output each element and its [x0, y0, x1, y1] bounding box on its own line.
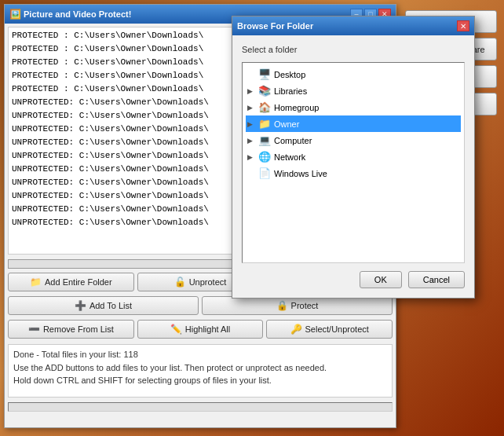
status-line2: Use the ADD buttons to add files to your… [13, 361, 387, 375]
lock-icon: 🔒 [276, 300, 288, 311]
tree-item-label: Owner [274, 119, 299, 129]
highlight-all-button[interactable]: ✏️ Highlight All [137, 320, 264, 339]
status-line1: Done - Total files in your list: 118 [13, 348, 387, 361]
tree-folder-icon: 💻 [258, 134, 271, 146]
tree-item-label: Desktop [274, 70, 305, 79]
button-row-3: ➖ Remove From List ✏️ Highlight All 🔑 Se… [5, 317, 396, 341]
tree-item[interactable]: ▶📁Owner [246, 115, 461, 132]
tree-item-label: Homegroup [274, 103, 319, 112]
tree-item[interactable]: ▶🌐Network [246, 148, 461, 165]
tree-arrow-icon: ▶ [247, 120, 255, 128]
tree-folder-icon: 📄 [258, 167, 271, 179]
dialog-close-button[interactable]: ✕ [457, 20, 469, 31]
status-line3: Hold down CTRL and SHIFT for selecting g… [13, 374, 387, 387]
tree-arrow-icon: ▶ [247, 87, 255, 95]
tree-arrow-icon: ▶ [247, 104, 255, 112]
titlebar-left: 🖼️ Picture and Video Protect! [9, 9, 131, 20]
tree-item[interactable]: ▶📚Libraries [246, 82, 461, 99]
protect-button[interactable]: 🔒 Protect [202, 296, 393, 315]
browse-dialog: Browse For Folder ✕ Select a folder 🖥️De… [232, 16, 475, 299]
cancel-button[interactable]: Cancel [408, 271, 465, 288]
dialog-prompt: Select a folder [242, 45, 465, 54]
tree-folder-icon: 📚 [258, 85, 271, 97]
dialog-body: Select a folder 🖥️Desktop▶📚Libraries▶🏠Ho… [232, 35, 474, 298]
tree-item[interactable]: 📄Windows Live [246, 165, 461, 181]
tree-item-label: Windows Live [274, 169, 327, 178]
tree-item-label: Computer [274, 136, 312, 145]
unlock-icon: 🔓 [174, 277, 186, 288]
ok-button[interactable]: OK [360, 271, 402, 288]
tree-item-label: Network [274, 152, 305, 162]
plus-icon: ➕ [75, 300, 86, 311]
bottom-hscrollbar[interactable] [8, 402, 393, 412]
bottom-scroll-area [5, 401, 396, 413]
tree-item[interactable]: 🖥️Desktop [246, 66, 461, 82]
dialog-titlebar: Browse For Folder ✕ [232, 16, 474, 35]
tree-folder-icon: 🏠 [258, 101, 271, 113]
tree-folder-icon: 📁 [258, 118, 271, 130]
minus-icon: ➖ [28, 324, 40, 335]
highlight-icon: ✏️ [170, 324, 182, 335]
tree-item[interactable]: ▶💻Computer [246, 132, 461, 148]
status-area: Done - Total files in your list: 118 Use… [8, 344, 393, 398]
tree-item-label: Libraries [274, 86, 307, 96]
select-unprotect-button[interactable]: 🔑 Select/Unprotect [266, 320, 393, 339]
dialog-buttons: OK Cancel [242, 271, 465, 288]
app-icon: 🖼️ [9, 9, 20, 20]
key-icon: 🔑 [290, 324, 302, 335]
tree-folder-icon: 🌐 [258, 151, 271, 163]
tree-item[interactable]: ▶🏠Homegroup [246, 99, 461, 115]
main-title: Picture and Video Protect! [24, 9, 131, 19]
add-entire-folder-button[interactable]: 📁 Add Entire Folder [8, 273, 134, 291]
dialog-title: Browse For Folder [237, 21, 313, 31]
tree-folder-icon: 🖥️ [258, 68, 271, 80]
folder-tree[interactable]: 🖥️Desktop▶📚Libraries▶🏠Homegroup▶📁Owner▶💻… [242, 62, 465, 263]
folder-icon: 📁 [30, 277, 42, 288]
add-to-list-button[interactable]: ➕ Add To List [8, 296, 199, 315]
tree-arrow-icon: ▶ [247, 153, 255, 161]
tree-arrow-icon: ▶ [247, 137, 255, 145]
remove-from-list-button[interactable]: ➖ Remove From List [8, 320, 134, 339]
